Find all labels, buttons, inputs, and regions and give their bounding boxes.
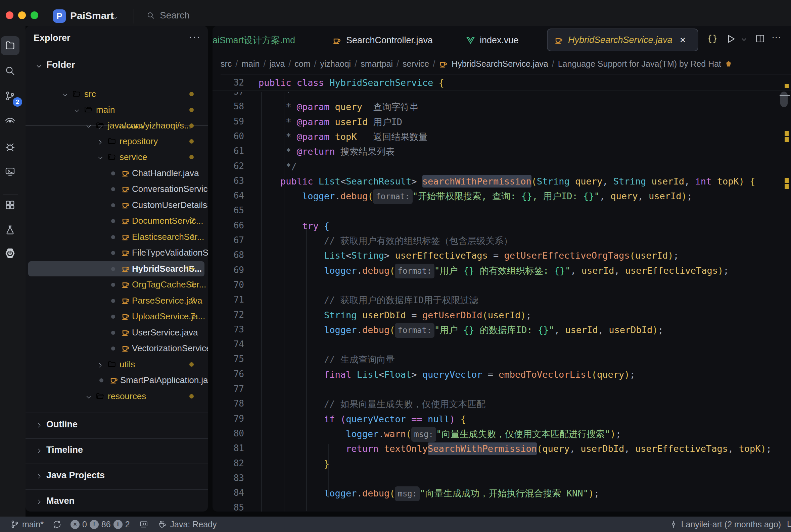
problems-status[interactable]: ×0!86i2 [71,519,130,529]
minimize-window-button[interactable] [18,12,26,19]
code-line[interactable]: 65 [213,204,791,218]
folder-section-header[interactable]: Folder [25,57,208,74]
split-editor-icon[interactable] [755,33,766,44]
code-line[interactable]: 78 // 如果向量生成失败，仅使用文本匹配 [213,397,791,412]
tree-folder-row[interactable]: utils [25,357,208,372]
tree-file-row[interactable]: ElasticsearchSer...1 [25,229,208,245]
sync-status[interactable] [52,519,62,529]
tree-folder-row[interactable]: main [25,102,208,118]
tree-folder-row[interactable]: resources [25,388,208,404]
code-line[interactable]: 75 // 生成查询向量 [213,352,791,367]
breadcrumb-extension[interactable]: Language Support for Java(TM) by Red Hat [558,59,721,69]
code-line[interactable]: 80 logger.warn(msg:"向量生成失败，仅使用文本匹配进行搜索")… [213,427,791,441]
code-line[interactable]: 76 final List<Float> queryVector = embed… [213,367,791,382]
sidebar-section-maven[interactable]: Maven [25,494,208,511]
code-line[interactable]: 60 * @param topK 返回结果数量 [213,130,791,144]
breadcrumb-item[interactable]: java [269,59,285,69]
code-line[interactable]: 67 // 获取用户有效的组织标签（包含层级关系） [213,233,791,248]
code-line[interactable]: 84 logger.debug(msg:"向量生成成功，开始执行混合搜索 KNN… [213,486,791,501]
breadcrumb-item[interactable]: com [294,59,310,69]
activity-item-eye[interactable] [1,111,19,130]
activity-item-extensions-grid[interactable] [1,195,19,214]
breadcrumb[interactable]: src/main/java/com/yizhaoqi/smartpai/serv… [221,54,791,74]
tree-file-row[interactable]: CustomUserDetailsS... [25,197,208,213]
tree-file-row[interactable]: ConversationService.... [25,181,208,197]
tree-folder-row[interactable]: src [25,86,208,102]
tree-file-row[interactable]: OrgTagCacheSer...1 [25,277,208,292]
branch-status[interactable]: main* [10,519,44,529]
close-icon[interactable]: × [680,34,686,45]
code-line[interactable]: 79 if (queryVector == null) { [213,412,791,427]
activity-item-bug[interactable] [1,137,19,156]
more-actions-icon[interactable]: ··· [189,31,201,42]
code-line[interactable]: 61 * @return 搜索结果列表 [213,144,791,159]
tree-folder-row[interactable]: service [25,149,208,165]
code-line[interactable]: 63 public List<SearchResult> searchWithP… [213,174,791,189]
activity-item-terminal[interactable] [1,162,19,181]
code-line[interactable]: 62 */ [213,159,791,174]
file-bullet-dot [111,251,115,255]
code-line[interactable]: 73 logger.debug(format:"用户 {} 的数据库ID: {}… [213,323,791,338]
tab-SearchController.java[interactable]: SearchController.java [332,30,433,51]
activity-item-flask[interactable] [1,221,19,239]
activity-item-search[interactable] [1,61,19,80]
code-line[interactable]: 83 [213,471,791,486]
code-line[interactable]: 71 // 获取用户的数据库ID用于权限过滤 [213,293,791,308]
sidebar-section-java-projects[interactable]: Java Projects [25,469,208,486]
close-window-button[interactable] [6,12,14,19]
activity-item-power[interactable] [1,244,19,263]
code-line[interactable]: 59 * @param userId 用户ID [213,115,791,130]
breadcrumb-item[interactable]: yizhaoqi [320,59,351,69]
tree-file-row[interactable]: UserService.java [25,325,208,340]
code-line[interactable]: 72 String userDbId = getUserDbId(userId)… [213,308,791,323]
code-token: 的有效组织标签: [474,265,554,276]
tree-folder-row[interactable]: java/com/yizhaoqi/s... [25,118,208,133]
tree-file-row[interactable]: UploadService.ja...7 [25,309,208,324]
breadcrumb-item[interactable]: src [221,59,232,69]
code-line[interactable]: 74 [213,338,791,352]
tree-file-row[interactable]: HybridSearchS...9+ [25,261,208,277]
tab-PaiSmart-.md[interactable]: PaiSmart设计方案.md [213,30,295,51]
code-line[interactable]: 57 * [213,92,791,100]
code-line[interactable]: 66 try { [213,219,791,233]
git-blame-status[interactable]: Lanyilei-art (2 months ago) [681,519,781,529]
scrollbar-thumb[interactable] [780,92,788,107]
chevron-down-icon[interactable] [740,36,748,43]
java-status[interactable]: Java: Ready [158,519,217,529]
code-line[interactable]: 69 logger.debug(format:"用户 {} 的有效组织标签: {… [213,263,791,278]
tree-file-row[interactable]: FileTypeValidationSer... [25,245,208,261]
editor-layout-status[interactable] [139,519,149,529]
code-line[interactable]: 77 [213,382,791,397]
tab-hybridsearchservice-active[interactable]: HybridSearchService.java× [547,28,698,51]
braces-icon[interactable] [707,33,718,44]
app-title[interactable]: PaiSmart [70,10,114,21]
code-line[interactable]: 81 return textOnlySearchWithPermission(q… [213,441,791,456]
code-line[interactable]: 64 logger.debug(format:"开始带权限搜索, 查询: {},… [213,189,791,204]
sidebar-section-timeline[interactable]: Timeline [25,443,208,460]
tree-file-row[interactable]: ChatHandler.java [25,165,208,181]
tab-index.vue[interactable]: index.vue [466,30,519,51]
breadcrumb-item[interactable]: service [403,59,429,69]
breadcrumb-file[interactable]: HybridSearchService.java [452,59,548,69]
code-line[interactable]: 58 * @param query 查询字符串 [213,100,791,114]
zoom-window-button[interactable] [31,12,38,19]
breadcrumb-item[interactable]: main [241,59,259,69]
sticky-scroll-line[interactable]: 32public class HybridSearchService { [213,75,791,91]
breadcrumb-item[interactable]: smartpai [361,59,393,69]
chevron-down-icon[interactable] [111,14,119,21]
tree-file-row[interactable]: SmartPaiApplication.java [25,372,208,388]
tree-folder-row[interactable]: repository [25,133,208,149]
code-line[interactable]: 68 List<String> userEffectiveTags = getU… [213,248,791,263]
code-line[interactable]: 70 [213,278,791,293]
tree-file-row[interactable]: ParseService.java2 [25,293,208,309]
search-box[interactable]: Search [146,10,190,21]
tree-file-row[interactable]: VectorizationService.... [25,340,208,356]
run-icon[interactable] [725,33,737,44]
code-line[interactable]: 85 [213,501,791,512]
activity-item-files[interactable] [1,36,19,55]
code-area[interactable]: 57 *58 * @param query 查询字符串59 * @param u… [213,92,791,512]
more-icon[interactable]: ··· [772,32,781,43]
code-line[interactable]: 82 } [213,457,791,471]
activity-item-source-control[interactable]: 2 [1,87,19,105]
tree-file-row[interactable]: DocumentServic...2 [25,213,208,229]
